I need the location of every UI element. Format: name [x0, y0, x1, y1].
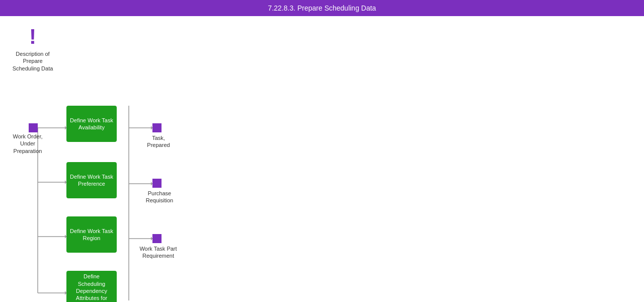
header-title: 7.22.8.3. Prepare Scheduling Data — [268, 4, 376, 12]
exclamation-icon: ! — [29, 26, 36, 47]
process-box-3-label: Define Work Task Region — [69, 228, 114, 242]
process-box-1-label: Define Work Task Availability — [69, 117, 114, 131]
connectors-svg — [0, 16, 644, 302]
process-box-2-label: Define Work Task Preference — [69, 173, 114, 188]
process-box-1[interactable]: Define Work Task Availability — [66, 106, 117, 142]
output-node-3 — [152, 234, 162, 243]
input-node — [29, 123, 38, 132]
description-label: Description of Prepare Scheduling Data — [10, 50, 55, 72]
header-bar: 7.22.8.3. Prepare Scheduling Data — [0, 0, 644, 16]
main-canvas: ! Description of Prepare Scheduling Data… — [0, 16, 644, 302]
process-box-2[interactable]: Define Work Task Preference — [66, 162, 117, 198]
output-node-2-label: Purchase Requisition — [139, 190, 180, 204]
process-box-4[interactable]: Define Scheduling Dependency Attributes … — [66, 271, 117, 302]
process-box-3[interactable]: Define Work Task Region — [66, 216, 117, 253]
output-node-1 — [152, 123, 162, 132]
description-note: ! Description of Prepare Scheduling Data — [10, 26, 55, 72]
output-node-2 — [152, 179, 162, 188]
output-node-1-label: Task, Prepared — [141, 134, 176, 149]
process-box-4-label: Define Scheduling Dependency Attributes … — [69, 273, 114, 302]
input-node-label: Work Order, Under Preparation — [8, 133, 48, 155]
output-node-3-label: Work Task Part Requirement — [137, 245, 180, 260]
